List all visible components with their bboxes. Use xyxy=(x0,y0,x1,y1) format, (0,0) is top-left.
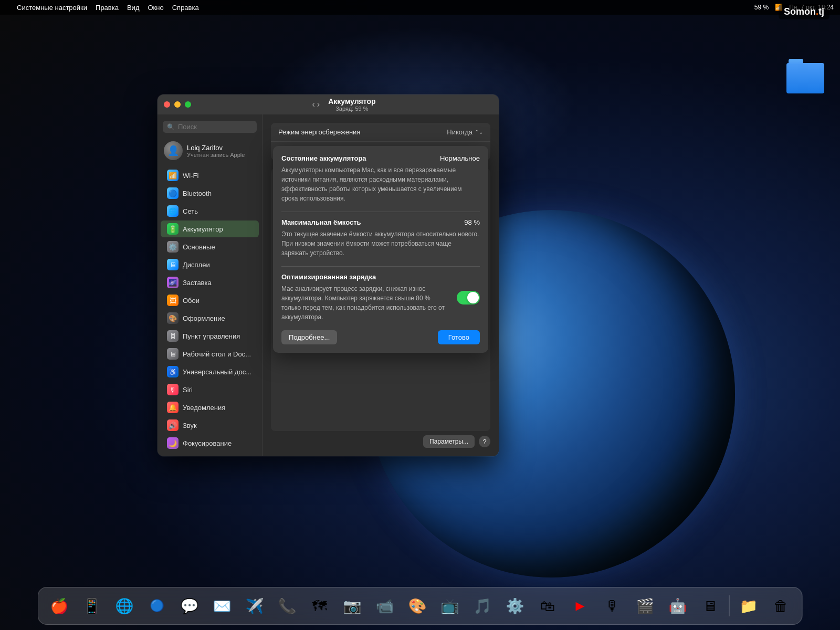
nav-forward-button[interactable]: › xyxy=(317,100,320,109)
user-profile[interactable]: 👤 Loiq Zarifov Учетная запись Apple xyxy=(158,138,262,163)
popup-status-title: Состояние аккумулятора xyxy=(281,154,366,162)
sidebar-item-dock[interactable]: 🎛 Пункт управления xyxy=(161,328,259,344)
dock-item-appletv[interactable]: 📺 xyxy=(435,591,465,621)
dock-icon: 🎛 xyxy=(167,330,178,342)
network-icon: 🌐 xyxy=(167,205,178,217)
sidebar-item-wallpaper[interactable]: 🖼 Обои xyxy=(161,292,259,309)
desktop-folder[interactable] xyxy=(786,63,824,96)
dock-item-trash[interactable]: 🗑 xyxy=(766,591,796,621)
sidebar-item-display[interactable]: 🖥 Дисплеи xyxy=(161,256,259,273)
sidebar-label-appearance: Оформление xyxy=(183,314,225,322)
folder-icon xyxy=(786,63,824,93)
dock-item-settings[interactable]: ⚙️ xyxy=(500,591,530,621)
dock-item-screenshoter[interactable]: 🖥 xyxy=(696,591,725,621)
dock: 🍎 📱 🌐 🔵 💬 ✉️ ✈️ 📞 🗺 📷 📹 🎨 📺 🎵 ⚙️ 🛍 ▶ 🎙 🎬… xyxy=(38,587,803,625)
dock-item-music[interactable]: 🎵 xyxy=(468,591,497,621)
window-subtitle: Заряд: 59 % xyxy=(328,106,375,112)
menu-system-prefs[interactable]: Системные настройки xyxy=(17,4,87,12)
dock-item-appstore[interactable]: 🛍 xyxy=(533,591,562,621)
params-button[interactable]: Параметры... xyxy=(423,435,475,448)
power-mode-text: Никогда xyxy=(447,128,472,136)
dock-item-launchpad[interactable]: 📱 xyxy=(77,591,107,621)
power-mode-label: Режим энергосбережения xyxy=(278,128,360,136)
sidebar-item-general[interactable]: ⚙️ Основные xyxy=(161,238,259,255)
toggle-left: Оптимизированная зарядка Mac анализирует… xyxy=(281,273,450,322)
close-button[interactable] xyxy=(164,101,170,108)
done-button[interactable]: Готово xyxy=(438,330,480,344)
nav-back-button[interactable]: ‹ xyxy=(312,100,315,109)
main-content: Режим энергосбережения Никогда ⌃⌄ Состоя… xyxy=(262,114,499,456)
sidebar-item-battery[interactable]: 🔋 Аккумулятор xyxy=(161,220,259,237)
sidebar-item-focus[interactable]: 🌙 Фокусирование xyxy=(161,435,259,452)
popup-divider-2 xyxy=(281,266,480,267)
dock-item-telegram[interactable]: ✈️ xyxy=(240,591,269,621)
popup-charging-title: Оптимизированная зарядка xyxy=(281,273,376,281)
sidebar-item-accessibility[interactable]: ♿ Универсальный дос... xyxy=(161,363,259,380)
dock-item-ai[interactable]: 🤖 xyxy=(663,591,692,621)
popup-capacity-title-row: Максимальная ёмкость 98 % xyxy=(281,218,480,226)
sidebar-label-display: Дисплеи xyxy=(183,261,210,269)
display-icon: 🖥 xyxy=(167,259,178,270)
battery-info-popup: Состояние аккумулятора Нормальное Аккуму… xyxy=(273,146,488,353)
dock-item-youtube[interactable]: ▶ xyxy=(565,591,595,621)
battery-icon: 🔋 xyxy=(167,223,178,235)
accessibility-icon: ♿ xyxy=(167,366,178,377)
popup-capacity-title: Максимальная ёмкость xyxy=(281,218,361,226)
popup-section-charging: Оптимизированная зарядка Mac анализирует… xyxy=(281,273,480,322)
dock-item-iina[interactable]: 🎬 xyxy=(631,591,660,621)
titlebar: ‹ › Аккумулятор Заряд: 59 % xyxy=(158,94,499,114)
popup-status-title-row: Состояние аккумулятора Нормальное xyxy=(281,154,480,162)
dock-item-podcasts[interactable]: 🎙 xyxy=(598,591,627,621)
minimize-button[interactable] xyxy=(174,101,181,108)
popup-section-status: Состояние аккумулятора Нормальное Аккуму… xyxy=(281,154,480,203)
dock-item-maps[interactable]: 🗺 xyxy=(305,591,334,621)
maximize-button[interactable] xyxy=(185,101,191,108)
power-mode-value[interactable]: Никогда ⌃⌄ xyxy=(447,128,483,136)
wifi-icon: 📶 xyxy=(167,170,178,181)
user-subtitle: Учетная запись Apple xyxy=(187,152,245,158)
optimized-charging-toggle[interactable] xyxy=(457,291,480,304)
dock-item-mail[interactable]: ✉️ xyxy=(207,591,237,621)
sidebar-item-appearance[interactable]: 🎨 Оформление xyxy=(161,310,259,327)
dock-item-files[interactable]: 📁 xyxy=(734,591,763,621)
search-input[interactable] xyxy=(178,123,253,131)
desktop-icon: 🖥 xyxy=(167,348,178,360)
sidebar-item-desktop[interactable]: 🖥 Рабочий стол и Doc... xyxy=(161,345,259,362)
dock-item-messages[interactable]: 💬 xyxy=(175,591,204,621)
sidebar-label-general: Основные xyxy=(183,243,215,251)
sidebar-item-sound[interactable]: 🔊 Звук xyxy=(161,417,259,434)
sidebar-label-siri: Siri xyxy=(183,386,193,394)
dock-item-freeform[interactable]: 🎨 xyxy=(403,591,432,621)
dock-item-whatsapp[interactable]: 📞 xyxy=(272,591,302,621)
more-info-button[interactable]: Подробнее... xyxy=(281,330,337,344)
menu-window[interactable]: Окно xyxy=(148,4,163,12)
sidebar-item-notifications[interactable]: 🔔 Уведомления xyxy=(161,399,259,416)
siri-icon: 🎙 xyxy=(167,384,178,395)
search-box[interactable]: 🔍 xyxy=(163,121,257,133)
dock-item-photos[interactable]: 📷 xyxy=(338,591,367,621)
sidebar-item-network[interactable]: 🌐 Сеть xyxy=(161,203,259,219)
search-icon: 🔍 xyxy=(167,123,175,131)
dock-item-finder[interactable]: 🍎 xyxy=(45,591,74,621)
general-icon: ⚙️ xyxy=(167,241,178,253)
sidebar-item-wifi[interactable]: 📶 Wi-Fi xyxy=(161,167,259,184)
appearance-icon: 🎨 xyxy=(167,312,178,324)
dock-item-chrome[interactable]: 🔵 xyxy=(142,591,172,621)
sidebar-item-bluetooth[interactable]: 🔵 Bluetooth xyxy=(161,185,259,202)
sidebar: 🔍 👤 Loiq Zarifov Учетная запись Apple 📶 … xyxy=(158,114,262,456)
dock-item-safari[interactable]: 🌐 xyxy=(110,591,139,621)
bluetooth-icon: 🔵 xyxy=(167,187,178,199)
user-name: Loiq Zarifov xyxy=(187,144,245,152)
menu-view[interactable]: Вид xyxy=(127,4,140,12)
menu-battery-pct: 59 % xyxy=(754,4,769,11)
dock-item-facetime[interactable]: 📹 xyxy=(370,591,400,621)
menu-edit[interactable]: Правка xyxy=(96,4,119,12)
user-info: Loiq Zarifov Учетная запись Apple xyxy=(187,144,245,158)
menubar-left: Системные настройки Правка Вид Окно Спра… xyxy=(0,4,199,12)
sidebar-item-screensaver[interactable]: 🌌 Заставка xyxy=(161,274,259,291)
menu-help[interactable]: Справка xyxy=(172,4,199,12)
sidebar-label-wallpaper: Обои xyxy=(183,297,200,304)
sidebar-label-focus: Фокусирование xyxy=(183,439,232,447)
help-button[interactable]: ? xyxy=(479,436,490,447)
sidebar-item-siri[interactable]: 🎙 Siri xyxy=(161,381,259,398)
